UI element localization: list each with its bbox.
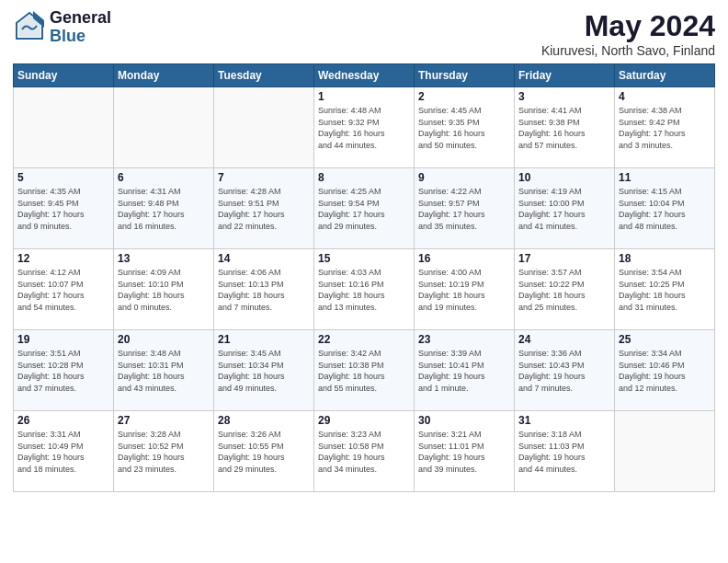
calendar-day: 9Sunrise: 4:22 AM Sunset: 9:57 PM Daylig… (415, 168, 515, 249)
day-info: Sunrise: 4:31 AM Sunset: 9:48 PM Dayligh… (118, 186, 210, 232)
day-number: 9 (418, 171, 510, 184)
logo-text: General Blue (50, 9, 111, 46)
day-info: Sunrise: 4:48 AM Sunset: 9:32 PM Dayligh… (318, 105, 410, 151)
calendar-day: 17Sunrise: 3:57 AM Sunset: 10:22 PM Dayl… (515, 249, 615, 330)
calendar-day: 22Sunrise: 3:42 AM Sunset: 10:38 PM Dayl… (314, 330, 415, 411)
calendar-day: 12Sunrise: 4:12 AM Sunset: 10:07 PM Dayl… (14, 249, 114, 330)
header: General Blue May 2024 Kiuruvesi, North S… (13, 9, 715, 58)
day-number: 14 (218, 252, 310, 265)
calendar-week-5: 26Sunrise: 3:31 AM Sunset: 10:49 PM Dayl… (14, 411, 715, 492)
calendar-header-row: SundayMondayTuesdayWednesdayThursdayFrid… (14, 64, 715, 87)
day-info: Sunrise: 4:06 AM Sunset: 10:13 PM Daylig… (218, 267, 310, 313)
day-number: 11 (619, 171, 711, 184)
calendar-week-4: 19Sunrise: 3:51 AM Sunset: 10:28 PM Dayl… (14, 330, 715, 411)
day-number: 17 (518, 252, 610, 265)
calendar-day: 11Sunrise: 4:15 AM Sunset: 10:04 PM Dayl… (615, 168, 715, 249)
calendar-day: 16Sunrise: 4:00 AM Sunset: 10:19 PM Dayl… (415, 249, 515, 330)
day-info: Sunrise: 3:31 AM Sunset: 10:49 PM Daylig… (17, 429, 109, 475)
day-number: 28 (218, 414, 310, 427)
logo-area: General Blue (13, 9, 111, 46)
calendar: SundayMondayTuesdayWednesdayThursdayFrid… (13, 63, 715, 492)
day-number: 13 (118, 252, 210, 265)
col-header-monday: Monday (114, 64, 214, 87)
calendar-day: 26Sunrise: 3:31 AM Sunset: 10:49 PM Dayl… (14, 411, 114, 492)
calendar-day: 5Sunrise: 4:35 AM Sunset: 9:45 PM Daylig… (14, 168, 114, 249)
col-header-thursday: Thursday (415, 64, 515, 87)
calendar-day: 14Sunrise: 4:06 AM Sunset: 10:13 PM Dayl… (214, 249, 314, 330)
day-info: Sunrise: 3:18 AM Sunset: 11:03 PM Daylig… (518, 429, 610, 475)
day-number: 10 (518, 171, 610, 184)
calendar-week-2: 5Sunrise: 4:35 AM Sunset: 9:45 PM Daylig… (14, 168, 715, 249)
day-info: Sunrise: 3:36 AM Sunset: 10:43 PM Daylig… (518, 348, 610, 394)
day-info: Sunrise: 3:39 AM Sunset: 10:41 PM Daylig… (418, 348, 510, 394)
calendar-day: 8Sunrise: 4:25 AM Sunset: 9:54 PM Daylig… (314, 168, 415, 249)
col-header-wednesday: Wednesday (314, 64, 415, 87)
day-info: Sunrise: 4:25 AM Sunset: 9:54 PM Dayligh… (318, 186, 410, 232)
day-number: 31 (518, 414, 610, 427)
logo-blue: Blue (50, 28, 111, 46)
day-info: Sunrise: 3:42 AM Sunset: 10:38 PM Daylig… (318, 348, 410, 394)
day-info: Sunrise: 4:35 AM Sunset: 9:45 PM Dayligh… (17, 186, 109, 232)
title-area: May 2024 Kiuruvesi, North Savo, Finland (541, 9, 715, 58)
calendar-day (14, 87, 114, 168)
day-number: 27 (118, 414, 210, 427)
day-number: 24 (518, 333, 610, 346)
calendar-day (114, 87, 214, 168)
calendar-day: 7Sunrise: 4:28 AM Sunset: 9:51 PM Daylig… (214, 168, 314, 249)
day-number: 18 (619, 252, 711, 265)
day-number: 26 (17, 414, 109, 427)
day-info: Sunrise: 4:22 AM Sunset: 9:57 PM Dayligh… (418, 186, 510, 232)
calendar-day: 15Sunrise: 4:03 AM Sunset: 10:16 PM Dayl… (314, 249, 415, 330)
day-info: Sunrise: 4:09 AM Sunset: 10:10 PM Daylig… (118, 267, 210, 313)
day-number: 8 (318, 171, 410, 184)
day-info: Sunrise: 4:00 AM Sunset: 10:19 PM Daylig… (418, 267, 510, 313)
day-info: Sunrise: 3:51 AM Sunset: 10:28 PM Daylig… (17, 348, 109, 394)
day-number: 6 (118, 171, 210, 184)
calendar-day: 28Sunrise: 3:26 AM Sunset: 10:55 PM Dayl… (214, 411, 314, 492)
day-number: 16 (418, 252, 510, 265)
calendar-day: 19Sunrise: 3:51 AM Sunset: 10:28 PM Dayl… (14, 330, 114, 411)
calendar-week-3: 12Sunrise: 4:12 AM Sunset: 10:07 PM Dayl… (14, 249, 715, 330)
calendar-day: 13Sunrise: 4:09 AM Sunset: 10:10 PM Dayl… (114, 249, 214, 330)
day-info: Sunrise: 4:41 AM Sunset: 9:38 PM Dayligh… (518, 105, 610, 151)
calendar-day: 29Sunrise: 3:23 AM Sunset: 10:58 PM Dayl… (314, 411, 415, 492)
calendar-day: 25Sunrise: 3:34 AM Sunset: 10:46 PM Dayl… (615, 330, 715, 411)
calendar-day: 21Sunrise: 3:45 AM Sunset: 10:34 PM Dayl… (214, 330, 314, 411)
day-number: 21 (218, 333, 310, 346)
day-number: 19 (17, 333, 109, 346)
day-number: 5 (17, 171, 109, 184)
day-info: Sunrise: 3:48 AM Sunset: 10:31 PM Daylig… (118, 348, 210, 394)
day-info: Sunrise: 3:54 AM Sunset: 10:25 PM Daylig… (619, 267, 711, 313)
day-number: 22 (318, 333, 410, 346)
day-number: 4 (619, 90, 711, 103)
day-info: Sunrise: 3:57 AM Sunset: 10:22 PM Daylig… (518, 267, 610, 313)
day-info: Sunrise: 3:45 AM Sunset: 10:34 PM Daylig… (218, 348, 310, 394)
day-info: Sunrise: 3:28 AM Sunset: 10:52 PM Daylig… (118, 429, 210, 475)
calendar-day: 2Sunrise: 4:45 AM Sunset: 9:35 PM Daylig… (415, 87, 515, 168)
calendar-day: 23Sunrise: 3:39 AM Sunset: 10:41 PM Dayl… (415, 330, 515, 411)
calendar-day (615, 411, 715, 492)
day-info: Sunrise: 4:38 AM Sunset: 9:42 PM Dayligh… (619, 105, 711, 151)
col-header-sunday: Sunday (14, 64, 114, 87)
day-number: 25 (619, 333, 711, 346)
day-info: Sunrise: 4:28 AM Sunset: 9:51 PM Dayligh… (218, 186, 310, 232)
day-number: 2 (418, 90, 510, 103)
day-info: Sunrise: 4:12 AM Sunset: 10:07 PM Daylig… (17, 267, 109, 313)
calendar-day: 24Sunrise: 3:36 AM Sunset: 10:43 PM Dayl… (515, 330, 615, 411)
day-info: Sunrise: 3:34 AM Sunset: 10:46 PM Daylig… (619, 348, 711, 394)
logo-general: General (50, 9, 111, 28)
calendar-day: 10Sunrise: 4:19 AM Sunset: 10:00 PM Dayl… (515, 168, 615, 249)
calendar-day: 30Sunrise: 3:21 AM Sunset: 11:01 PM Dayl… (415, 411, 515, 492)
calendar-day: 1Sunrise: 4:48 AM Sunset: 9:32 PM Daylig… (314, 87, 415, 168)
calendar-day: 18Sunrise: 3:54 AM Sunset: 10:25 PM Dayl… (615, 249, 715, 330)
day-number: 20 (118, 333, 210, 346)
col-header-saturday: Saturday (615, 64, 715, 87)
logo-icon (13, 11, 46, 44)
page: General Blue May 2024 Kiuruvesi, North S… (0, 0, 728, 563)
day-info: Sunrise: 4:45 AM Sunset: 9:35 PM Dayligh… (418, 105, 510, 151)
col-header-tuesday: Tuesday (214, 64, 314, 87)
subtitle: Kiuruvesi, North Savo, Finland (541, 43, 715, 58)
day-info: Sunrise: 3:21 AM Sunset: 11:01 PM Daylig… (418, 429, 510, 475)
calendar-day: 20Sunrise: 3:48 AM Sunset: 10:31 PM Dayl… (114, 330, 214, 411)
calendar-day: 3Sunrise: 4:41 AM Sunset: 9:38 PM Daylig… (515, 87, 615, 168)
